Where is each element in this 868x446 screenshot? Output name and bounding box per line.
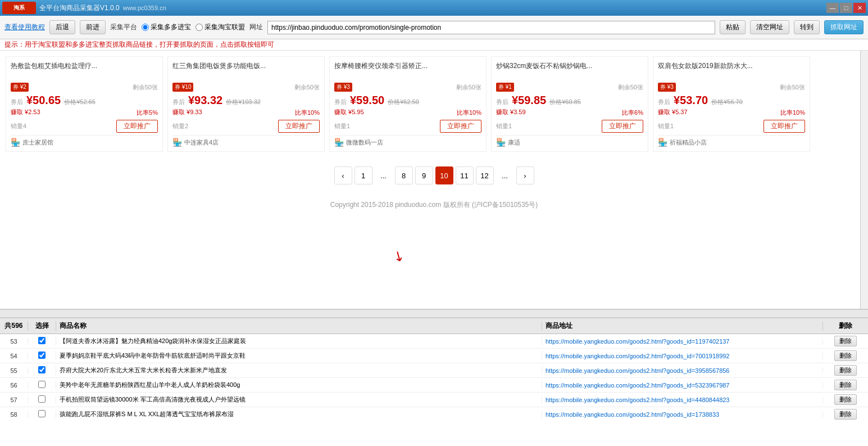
row-num: 57 <box>0 397 28 403</box>
row-num: 53 <box>0 338 28 345</box>
pagination-page-9[interactable]: 9 <box>415 166 433 184</box>
product-url-link[interactable]: https://mobile.yangkeduo.com/goods2.html… <box>546 397 730 403</box>
product-url-link[interactable]: https://mobile.yangkeduo.com/goods2.html… <box>546 353 730 359</box>
delete-row-button[interactable]: 删除 <box>834 350 857 361</box>
remaining-text: 剩余50张 <box>456 83 481 92</box>
row-product-url: https://mobile.yangkeduo.com/goods2.html… <box>542 353 823 359</box>
row-delete[interactable]: 删除 <box>823 409 868 420</box>
clear-url-button[interactable]: 清空网址 <box>750 20 789 34</box>
shop-icon: 🏪 <box>172 138 182 147</box>
price-after-label: 券后 <box>11 98 23 106</box>
earn-text: 赚取 ¥9.33 <box>172 108 202 116</box>
row-checkbox[interactable] <box>28 337 56 345</box>
platform-taobao-label: 采集淘宝联盟 <box>204 22 245 32</box>
product-url-link[interactable]: https://mobile.yangkeduo.com/goods2.html… <box>546 367 730 374</box>
row-product-url: https://mobile.yangkeduo.com/goods2.html… <box>542 338 823 345</box>
price-after: ¥53.70 <box>674 94 708 107</box>
price-orig: 价格¥56.70 <box>711 98 743 106</box>
forward-button[interactable]: 前进 <box>80 20 106 34</box>
close-button[interactable]: ✕ <box>853 3 866 13</box>
platform-taobao-radio[interactable]: 采集淘宝联盟 <box>196 22 245 32</box>
promote-button[interactable]: 立即推广 <box>602 120 643 133</box>
row-product-url: https://mobile.yangkeduo.com/goods2.html… <box>542 382 823 389</box>
title-bar: 淘系 全平台淘商品采集器V1.0.0 www.pc0359.cn — □ ✕ <box>0 0 868 16</box>
price-after: ¥59.85 <box>512 94 546 107</box>
product-grid: 热敷盐包粗艾插电粒盐理疗... 券 ¥2 剩余50张 券后 ¥50.65 价格¥… <box>0 51 868 157</box>
paste-button[interactable]: 粘贴 <box>720 20 746 34</box>
pagination-page-1[interactable]: 1 <box>355 166 372 184</box>
browser-area: 热敷盐包粗艾插电粒盐理疗... 券 ¥2 剩余50张 券后 ¥50.65 价格¥… <box>0 51 868 309</box>
product-url-link[interactable]: https://mobile.yangkeduo.com/goods2.html… <box>546 382 730 389</box>
capture-url-button[interactable]: 抓取网址 <box>824 20 864 34</box>
shop-icon: 🏪 <box>496 138 506 147</box>
product-card: 红三角集团电饭煲多功能电饭... 券 ¥10 剩余50张 券后 ¥93.32 价… <box>167 56 325 152</box>
row-num: 56 <box>0 382 28 389</box>
earn-text: 赚取 ¥2.53 <box>11 108 40 116</box>
pagination-page-12[interactable]: 12 <box>476 166 494 184</box>
row-product-name: 【阿道夫香水沐浴露】魅力经典精油420g袋润补水保湿女正品家庭装 <box>56 337 542 345</box>
row-delete[interactable]: 删除 <box>823 380 868 390</box>
promote-button[interactable]: 立即推广 <box>764 120 805 133</box>
product-card: 双肩包女款版2019新款防水大... 券 ¥3 剩余50张 券后 ¥53.70 … <box>653 56 810 152</box>
coupon-badge: 券 ¥3 <box>334 83 352 92</box>
pagination-prev[interactable]: ‹ <box>334 166 352 184</box>
row-checkbox[interactable] <box>28 366 56 375</box>
row-checkbox[interactable] <box>28 381 56 389</box>
price-after: ¥50.65 <box>26 94 61 107</box>
toolbar: 查看使用教程 后退 前进 采集平台 采集多多进宝 采集淘宝联盟 网址 粘贴 清空… <box>0 16 868 39</box>
delete-row-button[interactable]: 删除 <box>834 365 857 376</box>
row-delete[interactable]: 删除 <box>823 365 868 376</box>
minimize-button[interactable]: — <box>826 3 839 13</box>
coupon-badge: 券 ¥3 <box>658 83 676 92</box>
promote-button[interactable]: 立即推广 <box>278 120 320 133</box>
price-orig: 价格¥103.32 <box>226 98 261 106</box>
product-title: 红三角集团电饭煲多功能电饭... <box>172 61 320 79</box>
shop-name: 祈福精品小店 <box>670 138 707 147</box>
row-delete[interactable]: 删除 <box>823 336 868 346</box>
table-header: 共596 选择 商品名称 商品地址 删除 <box>0 318 868 334</box>
table-row: 54 夏季妈妈京鞋平底大码43码中老年防骨牛筋软底舒适时尚平跟女京鞋 https… <box>0 349 868 363</box>
col-select: 选择 <box>28 321 56 331</box>
coupon-badge: 券 ¥1 <box>496 83 514 92</box>
go-button[interactable]: 转到 <box>794 20 820 34</box>
platform-pdd-radio[interactable]: 采集多多进宝 <box>142 22 191 32</box>
row-product-name: 夏季妈妈京鞋平底大码43码中老年防骨牛筋软底舒适时尚平跟女京鞋 <box>56 352 542 360</box>
hint-bar: 提示：用于淘宝联盟和多多进宝整页抓取商品链接，打开要抓取的页面，点击抓取按钮即可 <box>0 39 868 51</box>
maximize-button[interactable]: □ <box>840 3 852 13</box>
shop-icon: 🏪 <box>658 138 667 147</box>
delete-row-button[interactable]: 删除 <box>834 394 857 405</box>
product-url-link[interactable]: https://mobile.yangkeduo.com/goods2.html… <box>546 411 719 418</box>
pagination-page-8[interactable]: 8 <box>395 166 413 184</box>
col-delete: 删除 <box>823 321 868 331</box>
promote-button[interactable]: 立即推广 <box>116 120 158 133</box>
product-url-link[interactable]: https://mobile.yangkeduo.com/goods2.html… <box>546 338 730 345</box>
pagination-page-10[interactable]: 10 <box>435 166 453 184</box>
help-link[interactable]: 查看使用教程 <box>4 22 45 32</box>
back-button[interactable]: 后退 <box>49 20 75 34</box>
row-delete[interactable]: 删除 <box>823 394 868 405</box>
product-title: 双肩包女款版2019新款防水大... <box>658 61 805 79</box>
remaining-text: 剩余50张 <box>133 83 158 92</box>
pagination-page-11[interactable]: 11 <box>456 166 474 184</box>
app-logo: 淘系 <box>2 2 36 14</box>
row-checkbox[interactable] <box>28 352 56 360</box>
app-website: www.pc0359.cn <box>123 4 166 11</box>
table-row: 55 乔府大院大米20斤东北大米五常大米长粒香大米新米产地直发 https://… <box>0 363 868 378</box>
row-checkbox[interactable] <box>28 410 56 418</box>
right-scrollbar[interactable] <box>860 51 868 309</box>
row-product-url: https://mobile.yangkeduo.com/goods2.html… <box>542 411 823 418</box>
delete-row-button[interactable]: 删除 <box>834 336 857 346</box>
pagination: ‹1...89101112...› <box>0 157 868 193</box>
url-input[interactable] <box>267 21 715 34</box>
shop-name: 庶士家居馆 <box>22 138 53 147</box>
delete-row-button[interactable]: 删除 <box>834 380 857 390</box>
row-num: 55 <box>0 367 28 374</box>
promote-button[interactable]: 立即推广 <box>440 120 481 133</box>
bottom-scrollbar[interactable] <box>0 309 868 317</box>
row-delete[interactable]: 删除 <box>823 350 868 361</box>
row-product-url: https://mobile.yangkeduo.com/goods2.html… <box>542 367 823 374</box>
delete-row-button[interactable]: 删除 <box>834 409 857 420</box>
col-total: 共596 <box>0 321 28 331</box>
pagination-next[interactable]: › <box>516 166 534 184</box>
row-checkbox[interactable] <box>28 395 56 404</box>
